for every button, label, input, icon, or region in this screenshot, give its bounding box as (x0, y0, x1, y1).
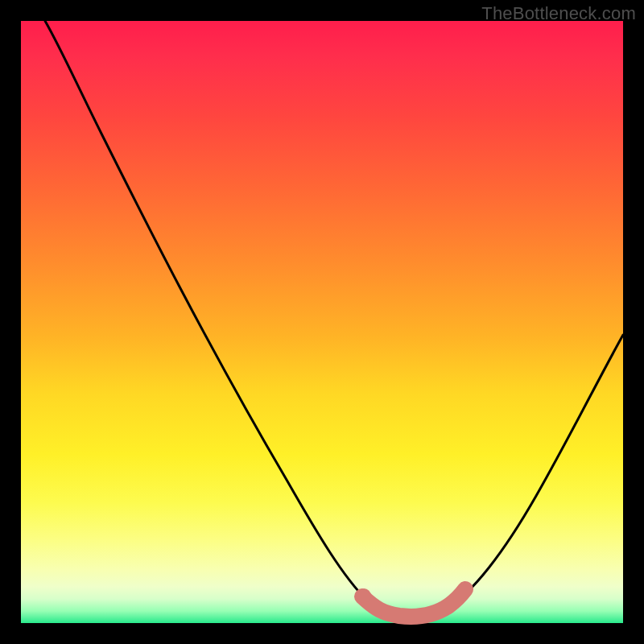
curve-layer (21, 21, 623, 623)
valley-highlight (362, 589, 465, 617)
bottleneck-curve (45, 21, 623, 617)
watermark-text: TheBottleneck.com (481, 3, 636, 24)
highlight-dot (357, 588, 371, 603)
plot-area (21, 21, 623, 623)
chart-frame: TheBottleneck.com (0, 0, 644, 644)
